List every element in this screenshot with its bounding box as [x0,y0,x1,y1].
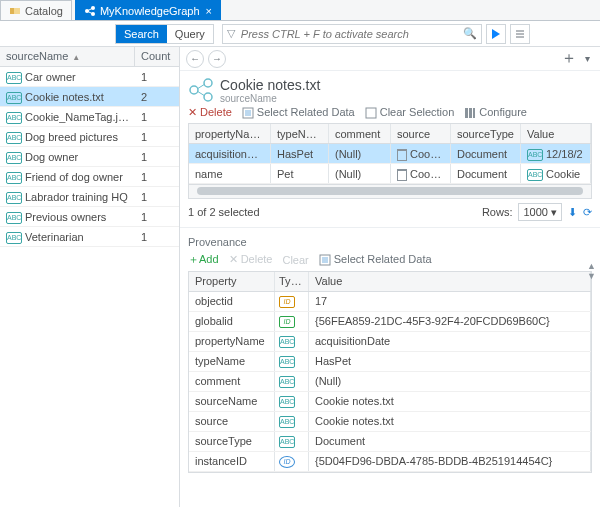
clear-selection-button[interactable]: Clear Selection [365,106,455,119]
text-type-icon: ABC [279,396,295,408]
app-tabbar: Catalog MyKnowledgeGraph × [0,0,600,21]
prov-clear-button: Clear [282,254,308,266]
svg-rect-1 [14,8,20,14]
col-sourcename[interactable]: sourceName▲ [0,47,135,66]
text-type-icon: ABC [279,416,295,428]
svg-point-11 [190,86,198,94]
svg-rect-20 [469,108,472,118]
properties-row[interactable]: acquisitionDateHasPet(Null)Cookie...Docu… [189,144,591,164]
detail-actions: ✕ Delete Select Related Data Clear Selec… [180,106,600,123]
col-prov-property[interactable]: Property [189,272,275,291]
nav-row: ← → ＋ ▾ [180,47,600,71]
sidebar-row[interactable]: ABCCar owner1 [0,67,179,87]
sidebar-grid: sourceName▲ Count ABCCar owner1ABCCookie… [0,47,180,507]
provenance-row[interactable]: sourceNameABCCookie notes.txt [189,392,591,412]
svg-line-15 [197,91,205,96]
text-type-icon: ABC [6,112,22,124]
sidebar-row[interactable]: ABCCookie notes.txt2 [0,87,179,107]
col-sourcetype[interactable]: sourceType [451,124,521,143]
provenance-row[interactable]: objectidID17 [189,292,591,312]
svg-marker-7 [492,29,500,39]
text-type-icon: ABC [6,132,22,144]
col-value[interactable]: Value [521,124,591,143]
sidebar-row[interactable]: ABCLabrador training HQ1 [0,187,179,207]
properties-row[interactable]: namePet(Null)Cookie...DocumentABCCookie [189,164,591,184]
col-comment[interactable]: comment [329,124,391,143]
detail-header: Cookie notes.txt sourceName [180,71,600,106]
select-related-button[interactable]: Select Related Data [242,106,355,119]
sidebar-row[interactable]: ABCFriend of dog owner1 [0,167,179,187]
main-toolbar: Search Query ▽ 🔍 [0,21,600,47]
add-button[interactable]: ＋ [557,48,581,69]
provenance-row[interactable]: commentABC(Null) [189,372,591,392]
rows-selector[interactable]: 1000 ▾ [518,203,562,221]
refresh-button[interactable]: ⟳ [583,206,592,219]
download-button[interactable]: ⬇ [568,206,577,219]
prov-add-button[interactable]: ＋Add [188,252,219,267]
search-input[interactable] [239,27,463,41]
expand-icon[interactable]: ▲▼ [587,261,596,281]
query-mode-button[interactable]: Query [167,25,213,43]
provenance-grid: Property Type Value objectidID17globalid… [188,271,592,473]
svg-rect-21 [473,108,475,118]
provenance-row[interactable]: sourceTypeABCDocument [189,432,591,452]
tab-knowledge-graph[interactable]: MyKnowledgeGraph × [75,0,221,20]
menu-button[interactable] [510,24,530,44]
col-typename[interactable]: typeName [271,124,329,143]
prov-select-related-button[interactable]: Select Related Data [319,253,432,266]
oid-type-icon: ID [279,456,295,468]
col-count[interactable]: Count [135,47,179,66]
run-button[interactable] [486,24,506,44]
catalog-icon [9,5,21,17]
text-type-icon: ABC [6,192,22,204]
forward-button[interactable]: → [208,50,226,68]
text-type-icon: ABC [279,376,295,388]
document-icon [397,169,407,181]
select-related-icon [319,254,331,266]
horizontal-scrollbar[interactable] [188,185,592,199]
col-propertyname[interactable]: propertyName [189,124,271,143]
col-source[interactable]: source [391,124,451,143]
sidebar-row[interactable]: ABCPrevious owners1 [0,207,179,227]
guid-type-icon: ID [279,316,295,328]
delete-button[interactable]: ✕ Delete [188,106,232,119]
properties-grid-header: propertyName typeName comment source sou… [189,124,591,144]
search-query-toggle: Search Query [115,24,214,44]
sidebar-row[interactable]: ABCDog owner1 [0,147,179,167]
svg-rect-0 [10,8,14,14]
sidebar-row[interactable]: ABCDog breed pictures1 [0,127,179,147]
search-icon[interactable]: 🔍 [463,27,477,40]
rows-label: Rows: [482,206,513,218]
col-prov-type[interactable]: Type [275,272,309,291]
back-button[interactable]: ← [186,50,204,68]
provenance-row[interactable]: typeNameABCHasPet [189,352,591,372]
col-prov-value[interactable]: Value [309,272,591,291]
search-box[interactable]: ▽ 🔍 [222,24,482,44]
text-type-icon: ABC [6,232,22,244]
close-icon[interactable]: × [206,5,212,17]
text-type-icon: ABC [279,436,295,448]
provenance-row[interactable]: globalidID{56FEA859-21DC-45F3-92F4-20FCD… [189,312,591,332]
svg-point-13 [204,93,212,101]
svg-point-12 [204,79,212,87]
detail-subtitle: sourceName [220,93,320,104]
provenance-title: Provenance [188,236,592,248]
filter-icon: ▽ [227,27,235,40]
select-related-icon [242,107,254,119]
dropdown-icon[interactable]: ▾ [581,53,594,64]
sidebar-row[interactable]: ABCVeterinarian1 [0,227,179,247]
text-type-icon: ABC [6,152,22,164]
text-type-icon: ABC [279,356,295,368]
tab-catalog[interactable]: Catalog [0,0,72,20]
grid-status: 1 of 2 selected Rows: 1000 ▾ ⬇ ⟳ [180,199,600,228]
svg-rect-17 [245,110,251,116]
search-mode-button[interactable]: Search [116,25,167,43]
provenance-row[interactable]: propertyNameABCacquisitionDate [189,332,591,352]
configure-button[interactable]: Configure [464,106,527,119]
sidebar-row[interactable]: ABCCookie_NameTag.jpg1 [0,107,179,127]
provenance-row[interactable]: instanceIDID{5D04FD96-DBDA-4785-BDDB-4B2… [189,452,591,472]
text-type-icon: ABC [527,149,543,161]
prov-delete-button: ✕ Delete [229,253,273,266]
provenance-row[interactable]: sourceABCCookie notes.txt [189,412,591,432]
properties-grid: propertyName typeName comment source sou… [188,123,592,185]
